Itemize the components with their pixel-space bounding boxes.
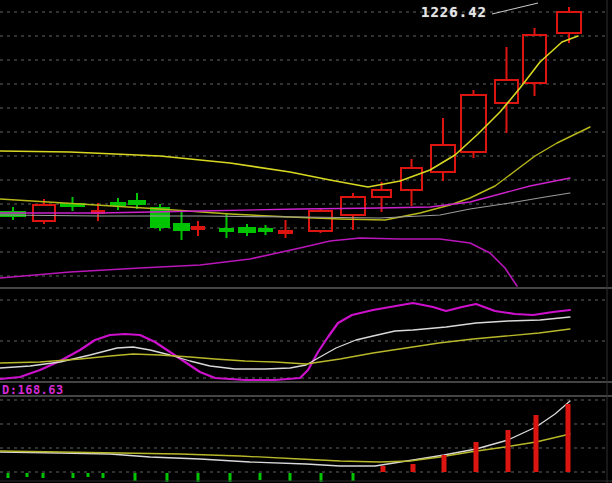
main-price-panel[interactable] xyxy=(0,0,612,288)
indicator-d-value-label: D:168.63 xyxy=(2,383,64,397)
volume-indicator-panel[interactable] xyxy=(0,396,612,483)
trading-chart-window: 1226.42 D:168.63 xyxy=(0,0,612,483)
oscillator-panel[interactable] xyxy=(0,292,612,382)
price-high-annotation: 1226.42 xyxy=(421,4,487,20)
